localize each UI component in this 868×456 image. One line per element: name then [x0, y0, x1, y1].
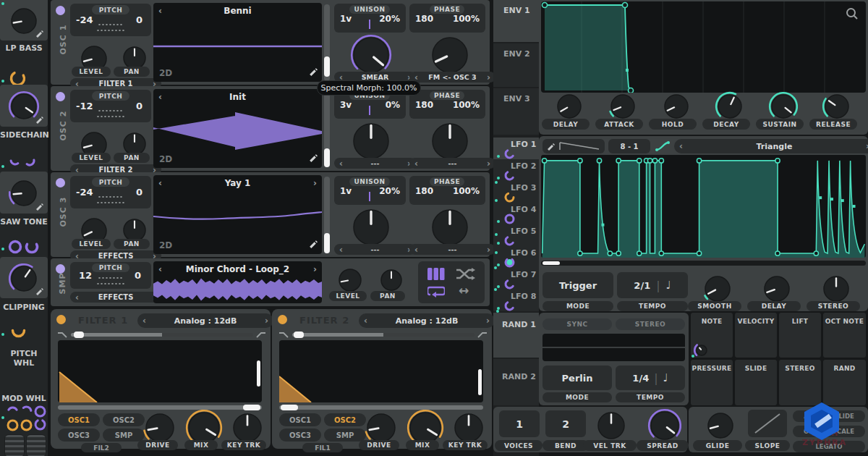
- lfo-tempo-value[interactable]: 2/1: [634, 280, 650, 291]
- pencil-icon[interactable]: [35, 287, 43, 295]
- osc3-phase-value[interactable]: 180: [415, 186, 433, 196]
- osc3-wavetable-display[interactable]: ‹ › Yay 1 2D: [153, 175, 322, 254]
- chevron-right-icon[interactable]: ›: [265, 316, 268, 325]
- pitch-snap-dots[interactable]: [98, 23, 124, 26]
- modsource-pressure[interactable]: PRESSURE: [691, 360, 733, 405]
- smp-sample-name[interactable]: Minor Chord - Loop_2: [153, 264, 322, 274]
- osc3-power-button[interactable]: [56, 178, 65, 187]
- osc3-morph2-selector[interactable]: ‹ --- ›: [409, 244, 495, 255]
- osc1-wavetable-name[interactable]: Benni: [153, 6, 322, 16]
- modsource-stereo[interactable]: STEREO: [779, 360, 821, 405]
- envelope-display[interactable]: [541, 1, 866, 93]
- filter2-blend-slider[interactable]: [292, 333, 475, 337]
- osc2-morph1-knob[interactable]: [350, 120, 392, 162]
- osc3-view-label[interactable]: 2D: [159, 240, 172, 250]
- filter2-v-scrollbar[interactable]: [478, 369, 482, 395]
- osc1-unison-voices[interactable]: 1v: [340, 14, 352, 24]
- env-decay-knob[interactable]: [715, 91, 745, 122]
- vel-trk-knob[interactable]: [595, 409, 628, 442]
- tab-lfo3[interactable]: LFO 3: [493, 181, 539, 203]
- chevron-right-icon[interactable]: ›: [487, 73, 490, 82]
- tab-lfo6[interactable]: LFO 6: [493, 246, 539, 268]
- lfo-editor-display[interactable]: [541, 155, 866, 258]
- tab-lfo2[interactable]: LFO 2: [493, 159, 539, 181]
- filter2-power-button[interactable]: [278, 315, 287, 324]
- pencil-icon[interactable]: [546, 142, 555, 151]
- chevron-right-icon[interactable]: ›: [487, 245, 490, 254]
- tab-rand2[interactable]: RAND 2: [493, 359, 539, 405]
- smp-level-knob[interactable]: [336, 266, 365, 295]
- osc3-morph2-knob[interactable]: [429, 206, 471, 248]
- osc3-wavetable-name[interactable]: Yay 1: [153, 178, 322, 188]
- tab-env2[interactable]: ENV 2: [493, 43, 539, 87]
- pencil-icon[interactable]: [308, 67, 318, 76]
- lfo-shape-selector[interactable]: ‹ Triangle ›: [674, 139, 868, 153]
- filter1-input-osc1[interactable]: OSC1: [58, 413, 100, 426]
- osc3-unison-voices[interactable]: 1v: [340, 186, 352, 196]
- filter2-input-smp[interactable]: SMP: [324, 428, 366, 442]
- macro3-mod-icon[interactable]: [7, 239, 23, 255]
- osc3-unison-detune[interactable]: 20%: [379, 186, 400, 196]
- bend-value[interactable]: 2: [562, 418, 569, 430]
- spread-knob[interactable]: [647, 408, 682, 443]
- osc2-morph2-knob[interactable]: [429, 120, 471, 162]
- osc1-morph-slider[interactable]: [324, 4, 330, 81]
- env-hold-knob[interactable]: [661, 91, 692, 122]
- osc3-morph-slider[interactable]: [324, 177, 330, 253]
- osc1-wavetable-display[interactable]: ‹ Benni 2D: [153, 3, 322, 82]
- lfo-grid-value[interactable]: 8 - 1: [620, 143, 638, 151]
- tab-lfo4[interactable]: LFO 4: [493, 203, 539, 224]
- env-release-knob[interactable]: [822, 91, 852, 122]
- modwheel-mod-icon-4[interactable]: [6, 418, 20, 432]
- osc2-morph-slider[interactable]: [324, 90, 330, 167]
- smp-transpose-value[interactable]: 12: [79, 270, 92, 281]
- mod-wheel[interactable]: [26, 434, 46, 456]
- note-icon[interactable]: ♩: [663, 371, 668, 384]
- rand-tempo-box[interactable]: 1/4 | ♩: [616, 366, 685, 390]
- voices-box[interactable]: 1: [499, 410, 540, 437]
- pencil-icon[interactable]: [308, 153, 318, 162]
- modsource-rand[interactable]: RAND: [823, 360, 866, 405]
- osc1-unison-detune[interactable]: 20%: [379, 14, 400, 24]
- macro2-mod-icon[interactable]: [9, 153, 22, 166]
- modwheel-mod-icon-5[interactable]: [20, 418, 33, 432]
- modwheel-mod-icon-1[interactable]: [6, 405, 20, 419]
- macro3-mod-icon2[interactable]: [24, 239, 40, 255]
- macro4-mod-icon[interactable]: [10, 322, 27, 339]
- osc1-morph1-knob[interactable]: [350, 34, 392, 76]
- lfo-mode-value[interactable]: Trigger: [559, 280, 597, 291]
- lfo-tempo-box[interactable]: 2/1 | ♩: [617, 272, 688, 298]
- rand-sync-button[interactable]: SYNC: [542, 318, 612, 330]
- tab-env3[interactable]: ENV 3: [493, 88, 539, 135]
- filter2-response-display[interactable]: [279, 340, 483, 402]
- lfo-stereo-knob[interactable]: [820, 273, 852, 305]
- env-attack-knob[interactable]: [608, 91, 638, 122]
- tab-lfo5[interactable]: LFO 5: [493, 224, 539, 246]
- osc1-morph2-selector[interactable]: ‹ FM <- OSC 3 ›: [409, 72, 495, 83]
- osc3-phase-rand[interactable]: 100%: [453, 186, 480, 196]
- filter2-link-fil1[interactable]: FIL1: [302, 443, 343, 452]
- slope-display[interactable]: [748, 410, 787, 437]
- rand-stereo-button[interactable]: STEREO: [616, 318, 685, 330]
- tab-lfo8[interactable]: LFO 8: [493, 290, 539, 311]
- filter2-cutoff-scrollbar[interactable]: [279, 405, 483, 410]
- zoom-icon[interactable]: [846, 7, 859, 20]
- lfo-grid-box[interactable]: 8 - 1: [608, 139, 650, 153]
- osc2-morph2-selector[interactable]: ‹ --- ›: [409, 158, 495, 169]
- osc1-tune-value[interactable]: 0: [136, 14, 142, 25]
- pitch-snap-dots[interactable]: [98, 109, 124, 112]
- tab-env1[interactable]: ENV 1: [493, 0, 539, 42]
- chevron-right-icon[interactable]: ›: [486, 316, 490, 325]
- osc1-phase-value[interactable]: 180: [415, 14, 433, 24]
- osc1-transpose-value[interactable]: -24: [76, 14, 93, 25]
- keytrack-icon[interactable]: [427, 268, 445, 280]
- tab-lfo1[interactable]: LFO 1: [493, 138, 539, 159]
- pitch-snap-dots[interactable]: [98, 195, 124, 198]
- modwheel-mod-icon-6[interactable]: [33, 418, 47, 431]
- pencil-icon[interactable]: [35, 29, 43, 38]
- chevron-right-icon[interactable]: ›: [487, 159, 490, 168]
- osc1-power-button[interactable]: [56, 6, 65, 15]
- loop-icon[interactable]: [427, 285, 445, 297]
- filter1-input-smp[interactable]: SMP: [103, 428, 145, 442]
- filter1-input-osc2[interactable]: OSC2: [103, 413, 145, 426]
